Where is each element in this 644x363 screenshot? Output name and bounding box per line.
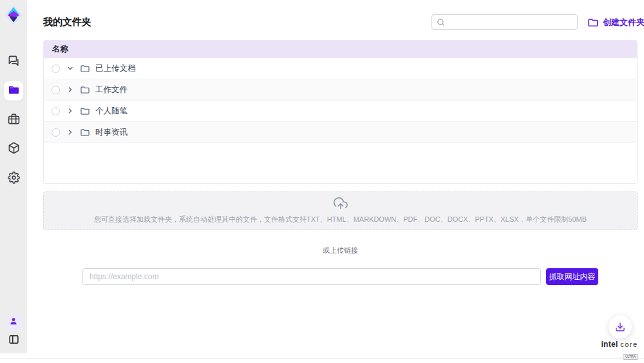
intel-series-text: core	[620, 340, 638, 348]
app-logo	[5, 5, 23, 25]
cube-icon	[8, 142, 20, 157]
chevron-icon[interactable]	[66, 86, 74, 93]
intel-brand-text: intel	[601, 340, 618, 349]
row-checkbox[interactable]	[52, 86, 60, 94]
folder-icon	[8, 85, 19, 97]
search-input[interactable]	[449, 17, 573, 26]
url-input[interactable]	[82, 268, 541, 285]
user-icon	[9, 317, 18, 328]
sidebar-item-chat[interactable]	[6, 54, 21, 70]
panel-icon	[8, 334, 19, 348]
fetch-url-button[interactable]: 抓取网址内容	[546, 268, 598, 285]
briefcase-icon	[8, 113, 20, 128]
user-avatar[interactable]	[5, 314, 22, 331]
upload-dropzone[interactable]: 您可直接选择加载文件夹，系统自动处理其中的文件，文件格式支持TXT、HTML、M…	[43, 191, 638, 230]
folder-name: 已上传文档	[95, 63, 136, 74]
search-box	[431, 14, 578, 30]
link-upload-label: 或上传链接	[43, 246, 638, 255]
folder-outline-icon	[80, 86, 90, 94]
panel-toggle-button[interactable]	[7, 334, 20, 347]
folder-row[interactable]: 时事资讯	[44, 122, 637, 143]
cloud-upload-icon	[44, 197, 637, 213]
folder-outline-icon	[80, 128, 90, 137]
folder-name: 个人随笔	[95, 106, 128, 117]
chevron-icon[interactable]	[66, 128, 74, 136]
folder-outline-icon	[80, 64, 90, 73]
download-icon	[615, 322, 625, 332]
gear-icon	[8, 172, 20, 186]
folder-plus-icon	[588, 18, 598, 27]
sidebar-item-workspace[interactable]	[6, 112, 21, 128]
row-checkbox[interactable]	[52, 128, 60, 137]
intel-core-badge: intel core ultra	[599, 340, 640, 360]
window-bottom-divider	[0, 358, 644, 359]
sidebar-item-models[interactable]	[6, 141, 21, 157]
folder-row[interactable]: 已上传文档	[44, 58, 637, 79]
search-icon	[437, 18, 445, 26]
app-window: 我的文件夹 创建文件夹 名称	[0, 0, 644, 363]
row-checkbox[interactable]	[52, 64, 60, 73]
sidebar-item-folders[interactable]	[4, 81, 23, 101]
create-folder-label: 创建文件夹	[603, 17, 644, 28]
create-folder-button[interactable]: 创建文件夹	[588, 17, 644, 28]
chat-icon	[8, 55, 20, 70]
upload-hint-text: 您可直接选择加载文件夹，系统自动处理其中的文件，文件格式支持TXT、HTML、M…	[44, 215, 637, 224]
row-checkbox[interactable]	[52, 107, 60, 115]
page-title: 我的文件夹	[43, 16, 91, 28]
folder-name: 工作文件	[95, 84, 128, 95]
folder-row[interactable]: 个人随笔	[44, 101, 637, 122]
folders-table: 名称 已上传文档	[43, 40, 638, 184]
folder-name: 时事资讯	[95, 127, 128, 138]
sidebar-item-settings[interactable]	[6, 171, 21, 186]
download-fab[interactable]	[609, 315, 632, 338]
folder-rows: 已上传文档 工作文件	[44, 58, 637, 143]
folder-row[interactable]: 工作文件	[44, 79, 637, 101]
chevron-icon[interactable]	[66, 64, 74, 72]
chevron-icon[interactable]	[66, 107, 74, 115]
folder-outline-icon	[80, 107, 90, 115]
name-column-header: 名称	[44, 41, 637, 58]
sidebar	[0, 0, 27, 353]
